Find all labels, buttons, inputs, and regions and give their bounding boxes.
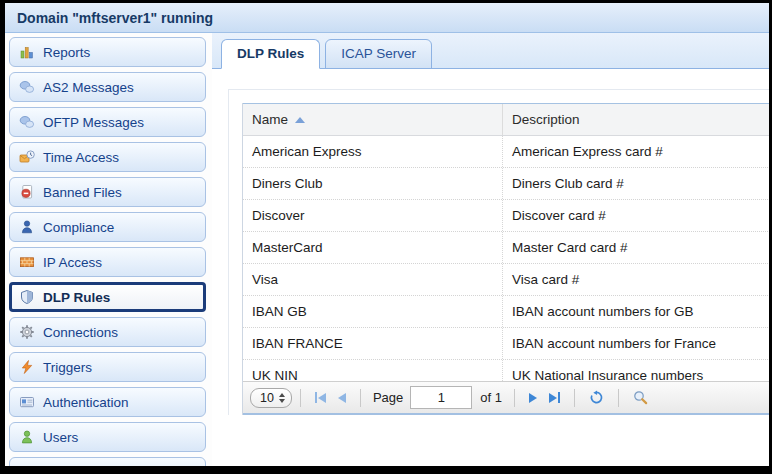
messages-icon (19, 114, 35, 130)
sidebar-item-reports[interactable]: Reports (9, 37, 206, 67)
tab-label: ICAP Server (341, 46, 416, 61)
cell-name: IBAN GB (243, 296, 503, 327)
cell-description: IBAN account numbers for GB (503, 296, 769, 327)
dlp-shield-icon (19, 289, 35, 305)
sidebar-item-partial[interactable] (9, 457, 206, 466)
page-number-input[interactable] (410, 386, 472, 409)
tab-icap-server[interactable]: ICAP Server (325, 39, 432, 69)
triggers-icon (19, 359, 35, 375)
column-header-name[interactable]: Name (243, 104, 503, 135)
table-row[interactable]: Discover Discover card # (243, 200, 769, 232)
cell-description: Visa card # (503, 264, 769, 295)
sort-ascending-icon (295, 117, 305, 123)
pagination-toolbar: 10 Page of 1 (243, 381, 769, 415)
sidebar-item-label: Reports (43, 45, 90, 60)
cell-name: MasterCard (243, 232, 503, 263)
sidebar-item-compliance[interactable]: Compliance (9, 212, 206, 242)
authentication-icon (19, 394, 35, 410)
time-access-icon (19, 149, 35, 165)
sidebar-item-label: IP Access (43, 255, 102, 270)
cell-name: Diners Club (243, 168, 503, 199)
prev-page-button[interactable] (332, 393, 352, 403)
sidebar-item-label: Banned Files (43, 185, 122, 200)
table-row[interactable]: MasterCard Master Card card # (243, 232, 769, 264)
screenshot-frame: Domain "mftserver1" running Reports AS2 … (0, 0, 772, 474)
column-label: Description (512, 112, 580, 127)
tab-dlp-rules[interactable]: DLP Rules (221, 39, 320, 69)
table-row[interactable]: IBAN GB IBAN account numbers for GB (243, 296, 769, 328)
cell-description: Diners Club card # (503, 168, 769, 199)
cell-description: Discover card # (503, 200, 769, 231)
sidebar-item-label: Time Access (43, 150, 119, 165)
cell-name: American Express (243, 136, 503, 167)
sidebar-item-label: Triggers (43, 360, 92, 375)
sidebar-item-label: Connections (43, 325, 118, 340)
sidebar-item-banned-files[interactable]: Banned Files (9, 177, 206, 207)
column-header-description[interactable]: Description (503, 104, 769, 135)
table-row[interactable]: Visa Visa card # (243, 264, 769, 296)
sidebar-item-label: Authentication (43, 395, 129, 410)
prev-page-icon (338, 393, 346, 403)
separator (360, 389, 361, 407)
last-page-button[interactable] (543, 392, 566, 403)
sidebar-item-label: Compliance (43, 220, 114, 235)
stepper-arrows-icon (279, 393, 285, 403)
cell-description: American Express card # (503, 136, 769, 167)
sidebar-item-dlp-rules[interactable]: DLP Rules (9, 282, 206, 312)
sidebar-item-users[interactable]: Users (9, 422, 206, 452)
next-page-button[interactable] (523, 393, 543, 403)
cell-name: UK NIN (243, 360, 503, 381)
sidebar-item-label: OFTP Messages (43, 115, 144, 130)
table-row[interactable]: American Express American Express card # (243, 136, 769, 168)
sidebar-item-connections[interactable]: Connections (9, 317, 206, 347)
refresh-button[interactable] (583, 390, 610, 405)
cell-description: IBAN account numbers for France (503, 328, 769, 359)
dlp-rules-grid: Name Description American Express (242, 103, 769, 415)
first-page-icon (315, 392, 317, 403)
separator (300, 389, 301, 407)
tab-label: DLP Rules (237, 46, 304, 61)
grid-body: American Express American Express card #… (243, 136, 769, 381)
cell-description: Master Card card # (503, 232, 769, 263)
sidebar-item-authentication[interactable]: Authentication (9, 387, 206, 417)
separator (514, 389, 515, 407)
users-icon (19, 429, 35, 445)
sidebar-item-label: AS2 Messages (43, 80, 134, 95)
sidebar-item-label: DLP Rules (43, 290, 110, 305)
messages-icon (19, 79, 35, 95)
table-row[interactable]: UK NIN UK National Insurance numbers (243, 360, 769, 381)
domain-status-bar: Domain "mftserver1" running (5, 3, 769, 33)
sidebar-item-time-access[interactable]: Time Access (9, 142, 206, 172)
cell-name: IBAN FRANCE (243, 328, 503, 359)
search-icon (633, 390, 648, 405)
sidebar-item-oftp-messages[interactable]: OFTP Messages (9, 107, 206, 137)
cell-description: UK National Insurance numbers (503, 360, 769, 381)
tab-content: Name Description American Express (212, 69, 769, 466)
sidebar-item-as2-messages[interactable]: AS2 Messages (9, 72, 206, 102)
table-row[interactable]: IBAN FRANCE IBAN account numbers for Fra… (243, 328, 769, 360)
separator (574, 389, 575, 407)
page-size-select[interactable]: 10 (250, 388, 292, 408)
separator (618, 389, 619, 407)
sidebar-item-label: Users (43, 430, 78, 445)
sidebar-item-ip-access[interactable]: IP Access (9, 247, 206, 277)
page-count-label: of 1 (480, 390, 502, 405)
dlp-rules-panel: Name Description American Express (228, 89, 769, 415)
cell-name: Visa (243, 264, 503, 295)
first-page-button[interactable] (309, 392, 332, 403)
sidebar-nav: Reports AS2 Messages OFTP Messages Time … (5, 33, 212, 466)
grid-header-row: Name Description (243, 103, 769, 136)
page-size-value: 10 (260, 391, 274, 405)
table-row[interactable]: Diners Club Diners Club card # (243, 168, 769, 200)
page-label: Page (373, 390, 403, 405)
page-title: Domain "mftserver1" running (17, 10, 213, 26)
sidebar-item-triggers[interactable]: Triggers (9, 352, 206, 382)
tab-bar: DLP Rules ICAP Server (212, 33, 769, 69)
search-button[interactable] (627, 390, 654, 405)
column-label: Name (252, 112, 288, 127)
last-page-icon (549, 393, 557, 403)
next-page-icon (529, 393, 537, 403)
ip-access-icon (19, 254, 35, 270)
compliance-icon (19, 219, 35, 235)
refresh-icon (589, 390, 604, 405)
